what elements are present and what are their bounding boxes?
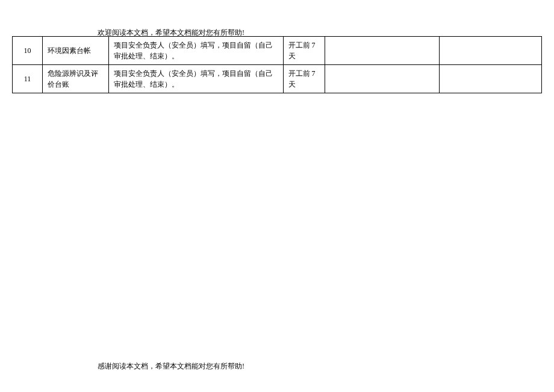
table-container: 10 环境因素台帐 项目安全负责人（安全员）填写，项目自留（自己审批处理、结束）… (12, 36, 542, 93)
cell-time: 开工前 7 天 (283, 37, 325, 65)
cell-empty (325, 65, 440, 93)
table-row: 10 环境因素台帐 项目安全负责人（安全员）填写，项目自留（自己审批处理、结束）… (13, 37, 542, 65)
cell-empty (440, 37, 542, 65)
cell-num: 11 (13, 65, 43, 93)
cell-desc: 项目安全负责人（安全员）填写，项目自留（自己审批处理、结束）。 (108, 37, 283, 65)
cell-empty (440, 65, 542, 93)
cell-empty (325, 37, 440, 65)
data-table: 10 环境因素台帐 项目安全负责人（安全员）填写，项目自留（自己审批处理、结束）… (12, 36, 542, 93)
cell-desc: 项目安全负责人（安全员）填写，项目自留（自己审批处理、结束）。 (108, 65, 283, 93)
cell-name: 危险源辨识及评价台账 (42, 65, 108, 93)
table-row: 11 危险源辨识及评价台账 项目安全负责人（安全员）填写，项目自留（自己审批处理… (13, 65, 542, 93)
cell-num: 10 (13, 37, 43, 65)
cell-time: 开工前 7 天 (283, 65, 325, 93)
cell-name: 环境因素台帐 (42, 37, 108, 65)
footer-text: 感谢阅读本文档，希望本文档能对您有所帮助! (98, 361, 244, 372)
